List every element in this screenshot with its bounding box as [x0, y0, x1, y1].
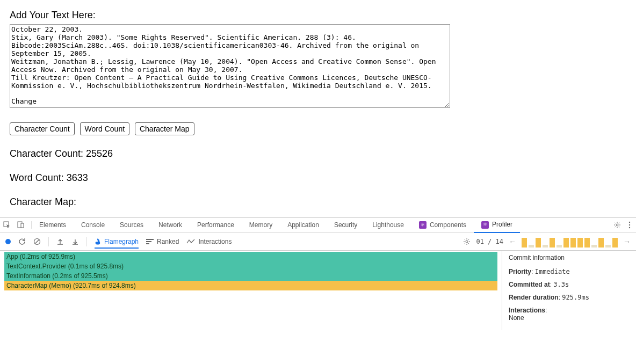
save-profile-icon[interactable] [71, 238, 79, 245]
button-row: Character Count Word Count Character Map [10, 122, 626, 135]
mode-flamegraph-label: Flamegraph [104, 238, 139, 245]
load-profile-icon[interactable] [56, 238, 64, 245]
svg-rect-9 [146, 239, 154, 240]
commit-bar[interactable] [536, 238, 541, 247]
flamegraph-column: App (0.2ms of 925.9ms)TextContext.Provid… [0, 251, 502, 330]
flame-row[interactable]: CharacterMap (Memo) (920.7ms of 924.8ms) [4, 281, 497, 290]
react-icon: ⚛ [419, 221, 427, 229]
flame-row[interactable]: TextInformation (0.2ms of 925.5ms) [4, 271, 497, 281]
svg-rect-11 [146, 243, 149, 244]
commit-bar[interactable] [591, 245, 597, 247]
tab-profiler-label: Profiler [492, 217, 512, 232]
tab-console[interactable]: Console [74, 218, 112, 232]
commit-bar[interactable] [556, 245, 562, 247]
tab-components[interactable]: ⚛ Components [411, 218, 474, 232]
flame-row[interactable]: App (0.2ms of 925.9ms) [4, 252, 497, 261]
device-toggle-icon[interactable] [17, 221, 25, 229]
devtools-more-icon[interactable] [628, 221, 631, 229]
flame-row[interactable]: TextContext.Provider (0.1ms of 925.8ms) [4, 261, 497, 271]
svg-line-8 [35, 239, 39, 244]
mode-ranked[interactable]: Ranked [146, 238, 179, 245]
word-count-stat: Word Count: 3633 [10, 172, 626, 184]
commit-bar[interactable] [570, 238, 576, 247]
character-count-stat: Character Count: 25526 [10, 148, 626, 159]
tab-components-label: Components [430, 218, 466, 232]
commit-bar[interactable] [522, 238, 527, 247]
devtools-tabs: Elements Console Sources Network Perform… [0, 218, 636, 232]
profiler-body: App (0.2ms of 925.9ms)TextContext.Provid… [0, 251, 636, 330]
mode-ranked-label: Ranked [157, 238, 179, 245]
svg-rect-10 [146, 241, 151, 242]
commit-bar[interactable] [529, 245, 534, 247]
mode-interactions-label: Interactions [198, 238, 232, 245]
text-input-area[interactable] [10, 24, 450, 108]
tab-elements[interactable]: Elements [32, 218, 74, 232]
ranked-icon [146, 238, 154, 245]
devtools-settings-icon[interactable] [613, 221, 621, 229]
commit-info-title: Commit information [509, 254, 630, 261]
svg-point-12 [466, 241, 468, 243]
record-icon[interactable] [5, 239, 11, 244]
flame-icon [95, 238, 101, 245]
interactions-line: Interactions: None [509, 307, 630, 322]
profiler-toolbar: Flamegraph Ranked Interactions 01 / 14 ←… [0, 232, 636, 251]
tab-lighthouse[interactable]: Lighthouse [365, 218, 411, 232]
svg-point-5 [629, 224, 630, 225]
character-count-button[interactable]: Character Count [10, 122, 75, 135]
reload-icon[interactable] [18, 238, 26, 245]
tab-network[interactable]: Network [151, 218, 190, 232]
render-duration-line: Render duration: 925.9ms [509, 294, 630, 301]
commit-bar[interactable] [550, 238, 555, 247]
commit-position: 01 / 14 [476, 238, 503, 245]
svg-point-4 [629, 222, 630, 223]
commit-bar[interactable] [563, 238, 569, 247]
tab-security[interactable]: Security [327, 218, 365, 232]
tab-application[interactable]: Application [280, 218, 327, 232]
tab-profiler[interactable]: ⚛ Profiler [474, 217, 520, 233]
tab-memory[interactable]: Memory [242, 218, 280, 232]
interactions-icon [186, 239, 195, 244]
tab-performance[interactable]: Performance [190, 218, 242, 232]
commit-bar[interactable] [598, 238, 604, 247]
svg-rect-2 [21, 223, 24, 228]
page-heading: Add Your Text Here: [10, 10, 626, 21]
priority-line: Priority: Immediate [509, 268, 630, 275]
profiler-settings-icon[interactable] [463, 238, 471, 245]
mode-flamegraph[interactable]: Flamegraph [95, 238, 139, 249]
commit-bar[interactable] [577, 238, 583, 247]
prev-commit-icon[interactable]: ← [509, 237, 516, 246]
commit-bar[interactable] [584, 238, 590, 247]
inspect-element-icon[interactable] [3, 221, 11, 229]
devtools-panel: Elements Console Sources Network Perform… [0, 217, 636, 330]
commit-bars[interactable] [522, 236, 618, 247]
clear-icon[interactable] [33, 238, 41, 245]
tab-sources[interactable]: Sources [112, 218, 151, 232]
character-map-button[interactable]: Character Map [135, 122, 194, 135]
commit-bar[interactable] [543, 245, 548, 247]
commit-navigator: 01 / 14 ← → [463, 236, 631, 247]
mode-interactions[interactable]: Interactions [186, 238, 232, 245]
word-count-button[interactable]: Word Count [80, 122, 129, 135]
commit-bar[interactable] [605, 245, 611, 247]
svg-point-3 [616, 224, 618, 226]
character-map-stat: Character Map: [10, 196, 626, 208]
next-commit-icon[interactable]: → [623, 237, 631, 246]
commit-bar[interactable] [612, 238, 618, 247]
commit-info-panel: Commit information Priority: Immediate C… [502, 251, 636, 330]
svg-point-6 [629, 227, 630, 228]
react-icon: ⚛ [481, 221, 489, 229]
committed-at-line: Committed at: 3.3s [509, 281, 630, 288]
